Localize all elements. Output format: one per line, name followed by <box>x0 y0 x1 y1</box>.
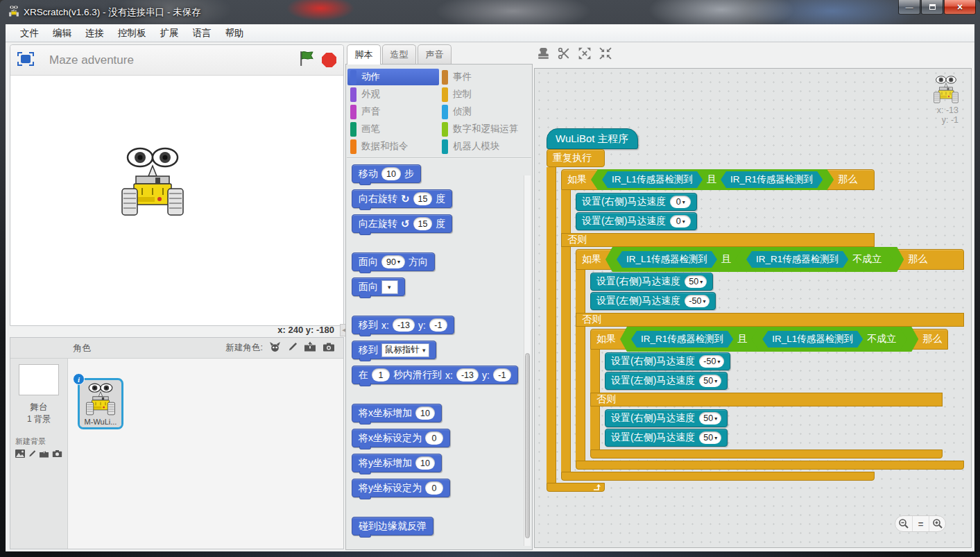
hat-block-main-program[interactable]: WuLiBot 主程序 <box>547 128 638 149</box>
script-area[interactable]: x: -13 y: -1 WuLiBot 主程序 重复执行 如果 IR_L1传感… <box>534 68 972 548</box>
block-input[interactable]: 10 <box>415 406 435 420</box>
category-7[interactable]: 侦测 <box>439 103 531 120</box>
robot-sprite[interactable] <box>121 147 184 219</box>
motor-speed-dropdown[interactable]: -50▾ <box>699 355 724 368</box>
sensor-block-ir-l1[interactable]: IR_L1传感器检测到 <box>602 171 703 188</box>
motor-speed-dropdown[interactable]: 50▾ <box>699 412 721 425</box>
sensor-block-ir-l1[interactable]: IR_L1传感器检测到 <box>617 251 717 268</box>
motor-speed-dropdown[interactable]: -50▾ <box>685 295 710 307</box>
sensor-block-ir-r1[interactable]: IR_R1传感器检测到 <box>631 331 733 348</box>
if-else-block-1[interactable]: 如果 IR_L1传感器检测到 且 IR_R1传感器检测到 那么 <box>561 169 875 481</box>
zoom-out-button[interactable] <box>895 516 912 531</box>
block-input[interactable]: 10 <box>415 456 435 470</box>
palette-block-0[interactable]: 移动10步 <box>352 164 421 183</box>
minimize-button[interactable]: — <box>898 0 920 15</box>
palette-block-9[interactable]: 将x坐标设定为0 <box>352 429 450 447</box>
set-motor-block[interactable]: 设置(左侧)马达速度 -50▾ <box>590 292 716 310</box>
block-input[interactable]: 1 <box>372 368 390 382</box>
if-else-block-2[interactable]: 如果 IR_L1传感器检测到 且 IR_R1传感器检测到 不成立 <box>576 249 964 470</box>
stop-button[interactable] <box>322 53 336 67</box>
category-5[interactable]: 事件 <box>439 69 531 85</box>
menu-item-2[interactable]: 连接 <box>79 25 110 42</box>
set-motor-block[interactable]: 设置(左侧)马达速度 0▾ <box>576 212 697 230</box>
maximize-button[interactable] <box>921 0 943 15</box>
palette-block-11[interactable]: 将y坐标设定为0 <box>352 479 450 497</box>
block-input[interactable]: -13 <box>456 368 479 382</box>
palette-block-5[interactable]: 移到x:-13y:-1 <box>352 316 454 334</box>
camera-backdrop-icon[interactable] <box>52 449 62 461</box>
set-motor-block[interactable]: 设置(左侧)马达速度 50▾ <box>605 372 728 390</box>
block-input[interactable]: 15 <box>413 217 433 230</box>
palette-block-6[interactable]: 移到鼠标指针▾ <box>352 341 436 359</box>
stamp-icon[interactable] <box>536 46 550 60</box>
green-flag-button[interactable] <box>298 50 316 70</box>
block-input[interactable]: 10 <box>381 167 401 180</box>
tab-1[interactable]: 造型 <box>382 44 416 64</box>
category-0[interactable]: 动作 <box>347 69 439 85</box>
not-operator[interactable]: IR_R1传感器检测到 不成立 <box>735 249 893 270</box>
scissors-icon[interactable] <box>557 46 571 60</box>
block-input[interactable]: 15 <box>413 192 433 205</box>
palette-block-4[interactable]: 面向▾ <box>352 277 405 296</box>
block-input[interactable]: -1 <box>493 368 511 382</box>
block-input[interactable]: -1 <box>429 318 447 332</box>
new-sprite-library-icon[interactable] <box>269 341 281 355</box>
if-else-block-3[interactable]: 如果 IR_R1传感器检测到 且 IR_L1传感器检测到 不成立 <box>590 329 964 459</box>
palette-block-10[interactable]: 将y坐标增加10 <box>352 454 442 472</box>
grow-icon[interactable] <box>578 46 592 60</box>
category-9[interactable]: 机器人模块 <box>439 138 531 155</box>
block-input[interactable]: 0 <box>425 431 443 445</box>
palette-block-8[interactable]: 将x坐标增加10 <box>352 404 442 422</box>
menu-item-0[interactable]: 文件 <box>14 25 45 42</box>
block-dropdown[interactable]: 鼠标指针▾ <box>381 343 429 357</box>
and-operator[interactable]: IR_L1传感器检测到 且 IR_R1传感器检测到 不成立 <box>605 247 904 272</box>
palette-block-1[interactable]: 向右旋转↻15度 <box>352 189 452 208</box>
stage-canvas[interactable] <box>10 76 343 325</box>
upload-backdrop-icon[interactable] <box>39 449 49 461</box>
camera-sprite-icon[interactable] <box>323 342 335 354</box>
backdrop-library-icon[interactable] <box>15 449 25 461</box>
category-4[interactable]: 数据和指令 <box>347 138 439 155</box>
set-motor-block[interactable]: 设置(左侧)马达速度 50▾ <box>605 429 728 447</box>
zoom-in-button[interactable] <box>929 516 945 531</box>
paint-backdrop-icon[interactable] <box>28 449 36 461</box>
category-3[interactable]: 画笔 <box>347 121 439 137</box>
tab-2[interactable]: 声音 <box>418 44 452 64</box>
motor-speed-dropdown[interactable]: 50▾ <box>699 375 721 387</box>
close-button[interactable]: × <box>944 0 976 15</box>
sprite-tile-selected[interactable]: i M-WuLi... <box>78 378 123 429</box>
block-input[interactable]: 0 <box>425 481 443 495</box>
sensor-block-ir-r1[interactable]: IR_R1传感器检测到 <box>746 251 848 268</box>
palette-block-7[interactable]: 在1秒内滑行到x:-13y:-1 <box>352 366 518 384</box>
motor-speed-dropdown[interactable]: 50▾ <box>699 431 721 444</box>
block-dropdown[interactable]: 90▾ <box>381 255 405 268</box>
category-8[interactable]: 数字和逻辑运算 <box>439 121 531 137</box>
not-operator[interactable]: IR_L1传感器检测到 不成立 <box>751 329 907 350</box>
sprite-info-icon[interactable]: i <box>73 373 85 385</box>
motor-speed-dropdown[interactable]: 0▾ <box>670 196 691 208</box>
upload-sprite-icon[interactable] <box>304 341 316 355</box>
category-1[interactable]: 外观 <box>347 86 439 103</box>
motor-speed-dropdown[interactable]: 50▾ <box>685 275 707 288</box>
palette-block-2[interactable]: 向左旋转↺15度 <box>352 214 452 233</box>
sensor-block-ir-r1[interactable]: IR_R1传感器检测到 <box>721 171 823 188</box>
set-motor-block[interactable]: 设置(右侧)马达速度 0▾ <box>576 193 697 211</box>
palette-scrollbar[interactable] <box>524 175 531 546</box>
scrollbar-thumb[interactable] <box>525 353 530 538</box>
fullscreen-icon[interactable] <box>17 52 34 69</box>
shrink-icon[interactable] <box>599 46 612 60</box>
stage-thumbnail[interactable] <box>19 364 59 395</box>
menu-item-3[interactable]: 控制板 <box>112 25 153 42</box>
and-operator[interactable]: IR_R1传感器检测到 且 IR_L1传感器检测到 不成立 <box>620 327 918 352</box>
menu-item-5[interactable]: 语言 <box>187 25 218 42</box>
motor-speed-dropdown[interactable]: 0▾ <box>670 215 691 228</box>
block-input[interactable]: -13 <box>393 318 415 332</box>
menu-item-1[interactable]: 编辑 <box>46 25 78 42</box>
stage-selector[interactable]: 舞台 1 背景 新建背景 <box>10 359 68 549</box>
forever-block[interactable]: 重复执行 如果 IR_L1传感器检测到 且 IR_R1传感器检测到 那么 <box>547 149 875 492</box>
paint-sprite-icon[interactable] <box>287 341 298 355</box>
set-motor-block[interactable]: 设置(右侧)马达速度 50▾ <box>605 409 728 427</box>
palette-block-12[interactable]: 碰到边缘就反弹 <box>352 517 433 535</box>
category-6[interactable]: 控制 <box>439 86 531 103</box>
title-bar[interactable]: XRScratch(v1.6.3) - 没有连接串口 - 未保存 — × <box>0 0 980 24</box>
